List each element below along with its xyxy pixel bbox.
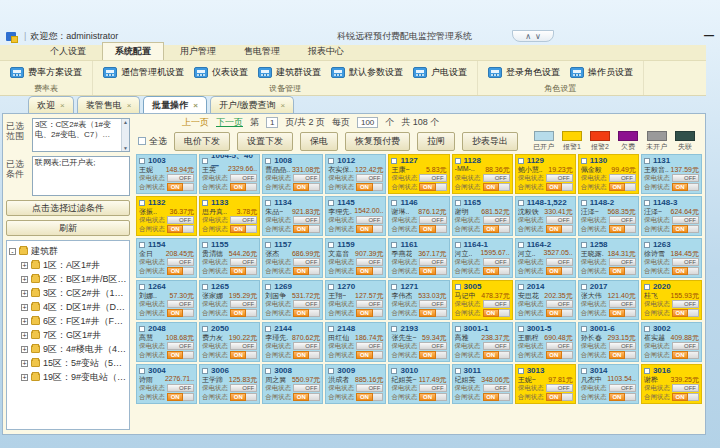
switch-toggle-track[interactable] <box>562 309 573 317</box>
card-checkbox[interactable] <box>581 158 587 164</box>
batch-action-button[interactable]: 抄表导出 <box>462 132 518 151</box>
switch-toggle-track[interactable] <box>688 351 699 359</box>
switch-toggle-track[interactable] <box>688 225 699 233</box>
scrollbar[interactable]: ▲▼ <box>121 119 129 151</box>
power-off-toggle[interactable]: OFF <box>672 216 699 224</box>
card-checkbox[interactable] <box>644 284 650 290</box>
power-off-toggle[interactable]: OFF <box>546 258 573 266</box>
meter-card[interactable]: 3001-6 孙长春 293.15元 保电状态 OFF 合闸状态 <box>578 322 639 362</box>
switch-toggle-track[interactable] <box>246 267 257 275</box>
tab-close-icon[interactable]: × <box>193 101 198 110</box>
meter-card[interactable]: 2050 费力友 190.22元 保电状态 OFF 合闸状态 <box>199 322 260 362</box>
switch-on-toggle[interactable]: ON <box>483 225 499 233</box>
meter-card[interactable]: 1003 王妮 148.94元 保电状态 OFF 合闸状态 <box>136 154 197 194</box>
card-checkbox[interactable] <box>139 200 145 206</box>
power-off-toggle[interactable]: OFF <box>230 342 257 350</box>
meter-card[interactable]: 2193 张先生~ 59.34元 保电状态 OFF 合闸状态 <box>388 322 449 362</box>
switch-on-toggle[interactable]: ON <box>483 393 499 401</box>
menu-item[interactable]: 个人设置 <box>38 43 98 60</box>
card-checkbox[interactable] <box>202 200 208 206</box>
meter-card[interactable]: 3011 纪姐英 348.06元 保电状态 OFF 合闸状态 <box>452 364 513 404</box>
meter-card[interactable]: 3010 纪姐英~ 117.49元 保电状态 OFF 合闸状态 <box>388 364 449 404</box>
switch-on-toggle[interactable]: ON <box>293 351 309 359</box>
card-checkbox[interactable] <box>455 326 461 332</box>
card-checkbox[interactable] <box>518 284 524 290</box>
batch-action-button[interactable]: 电价下发 <box>174 132 230 151</box>
meter-card[interactable]: 1164-2 河立.. 3527.05.. 保电状态 OFF 合闸状态 <box>515 238 576 278</box>
page-number-input[interactable]: 1 <box>266 117 278 128</box>
meter-card[interactable]: 3005 马记中 478.37元 保电状态 OFF 合闸状态 <box>452 280 513 320</box>
card-checkbox[interactable] <box>139 158 145 164</box>
switch-on-toggle[interactable]: ON <box>483 267 499 275</box>
meter-card[interactable]: 1148-1,522 沈毅铁 330.41元 保电状态 OFF 合闸状态 <box>515 196 576 236</box>
card-checkbox[interactable] <box>202 326 208 332</box>
switch-on-toggle[interactable]: ON <box>167 183 183 191</box>
power-off-toggle[interactable]: OFF <box>672 174 699 182</box>
card-checkbox[interactable] <box>328 242 334 248</box>
meter-card[interactable]: 3001-1 高雅 238.37元 保电状态 OFF 合闸状态 <box>452 322 513 362</box>
power-off-toggle[interactable]: OFF <box>167 342 194 350</box>
meter-card[interactable]: 1263 徐诗雪 184.45元 保电状态 OFF 合闸状态 <box>641 238 702 278</box>
switch-toggle-track[interactable] <box>436 309 447 317</box>
tree-node[interactable]: + 1区：A区1#井 <box>9 258 127 272</box>
switch-toggle-track[interactable] <box>625 225 636 233</box>
tree-root[interactable]: - 建筑群 <box>9 244 127 258</box>
switch-on-toggle[interactable]: ON <box>230 183 246 191</box>
card-checkbox[interactable] <box>139 326 145 332</box>
meter-card[interactable]: 1133 思丹真.. 3.78元 保电状态 OFF 合闸状态 <box>199 196 260 236</box>
ribbon-button[interactable]: 操作员设置 <box>570 66 633 79</box>
tree-node[interactable]: + 19区：9#变电站（2# <box>9 370 127 384</box>
tab-close-icon[interactable]: × <box>127 101 132 110</box>
meter-card[interactable]: 1145 李理先.. 1542.00.. 保电状态 OFF 合闸状态 <box>325 196 386 236</box>
switch-toggle-track[interactable] <box>183 309 194 317</box>
switch-toggle-track[interactable] <box>309 225 320 233</box>
card-checkbox[interactable] <box>265 158 271 164</box>
switch-on-toggle[interactable]: ON <box>230 225 246 233</box>
meter-card[interactable]: 2020 桂飞 155.93元 保电状态 OFF 合闸状态 <box>641 280 702 320</box>
switch-toggle-track[interactable] <box>246 393 257 401</box>
switch-on-toggle[interactable]: ON <box>293 309 309 317</box>
card-checkbox[interactable] <box>391 158 397 164</box>
switch-toggle-track[interactable] <box>436 183 447 191</box>
switch-on-toggle[interactable]: ON <box>356 393 372 401</box>
meter-card[interactable]: 3016 谢桦 339.25元 保电状态 OFF 合闸状态 <box>641 364 702 404</box>
switch-toggle-track[interactable] <box>373 351 384 359</box>
meter-card[interactable]: 1131 王毅音.. 137.59元 保电状态 OFF 合闸状态 <box>641 154 702 194</box>
card-checkbox[interactable] <box>391 284 397 290</box>
card-checkbox[interactable] <box>455 368 461 374</box>
document-tab[interactable]: 批量操作 × <box>143 96 207 113</box>
switch-toggle-track[interactable] <box>373 225 384 233</box>
expand-expander-icon[interactable]: + <box>21 360 28 367</box>
tree-node[interactable]: + 15区：5#变站（5#变 <box>9 356 127 370</box>
power-off-toggle[interactable]: OFF <box>483 300 510 308</box>
switch-toggle-track[interactable] <box>436 267 447 275</box>
meter-card[interactable]: 1164-1 河立.. 1595.67.. 保电状态 OFF 合闸状态 <box>452 238 513 278</box>
switch-on-toggle[interactable]: ON <box>356 351 372 359</box>
power-off-toggle[interactable]: OFF <box>483 384 510 392</box>
choose-filter-button[interactable]: 点击选择过滤条件 <box>6 200 130 216</box>
batch-action-button[interactable]: 保电 <box>300 132 338 151</box>
switch-toggle-track[interactable] <box>373 267 384 275</box>
power-off-toggle[interactable]: OFF <box>483 174 510 182</box>
meter-card[interactable]: 1269 刘国争 531.72元 保电状态 OFF 合闸状态 <box>262 280 323 320</box>
switch-toggle-track[interactable] <box>183 267 194 275</box>
power-off-toggle[interactable]: OFF <box>419 300 446 308</box>
card-checkbox[interactable] <box>391 326 397 332</box>
switch-on-toggle[interactable]: ON <box>167 351 183 359</box>
meter-card[interactable]: 1146 谢琳.. 876.12元 保电状态 OFF 合闸状态 <box>388 196 449 236</box>
switch-toggle-track[interactable] <box>499 267 510 275</box>
switch-toggle-track[interactable] <box>562 225 573 233</box>
card-checkbox[interactable] <box>328 368 334 374</box>
card-checkbox[interactable] <box>202 368 208 374</box>
switch-toggle-track[interactable] <box>309 309 320 317</box>
power-off-toggle[interactable]: OFF <box>230 258 257 266</box>
card-checkbox[interactable] <box>265 284 271 290</box>
power-off-toggle[interactable]: OFF <box>356 384 383 392</box>
meter-card[interactable]: 2017 张大伟 121.40元 保电状态 OFF 合闸状态 <box>578 280 639 320</box>
ribbon-button[interactable]: 户电设置 <box>413 66 467 79</box>
card-checkbox[interactable] <box>202 158 208 164</box>
power-off-toggle[interactable]: OFF <box>419 384 446 392</box>
meter-card[interactable]: 3002 崔实越 409.88元 保电状态 OFF 合闸状态 <box>641 322 702 362</box>
power-off-toggle[interactable]: OFF <box>609 174 636 182</box>
switch-on-toggle[interactable]: ON <box>230 309 246 317</box>
